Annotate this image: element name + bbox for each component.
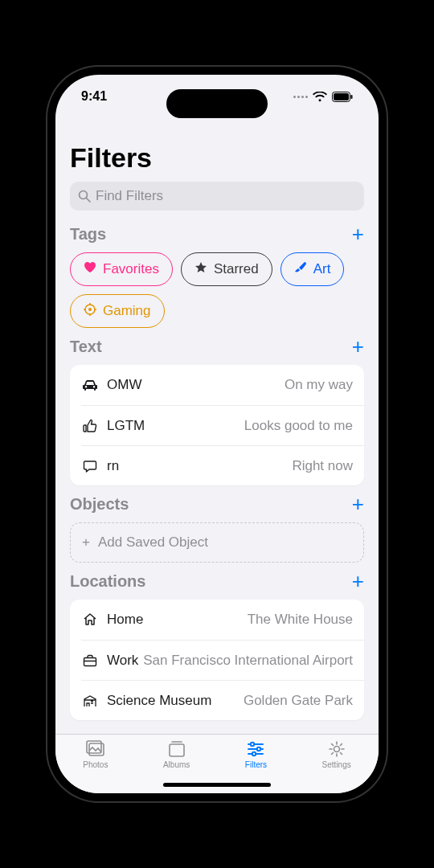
- text-row[interactable]: rn Right now: [81, 445, 364, 485]
- add-text-button[interactable]: +: [352, 336, 364, 357]
- svg-rect-2: [351, 95, 353, 99]
- status-right: [293, 92, 353, 102]
- plus-icon: +: [82, 534, 90, 551]
- text-key: rn: [107, 458, 119, 474]
- chip-label: Starred: [214, 261, 259, 277]
- chip-label: Gaming: [103, 303, 151, 319]
- search-input[interactable]: Find Filters: [70, 182, 364, 211]
- text-key: OMW: [107, 377, 141, 393]
- tab-label: Filters: [245, 760, 267, 769]
- add-tag-button[interactable]: +: [352, 223, 364, 244]
- page-title: Filters: [70, 142, 364, 174]
- section-title-locations: Locations: [70, 572, 145, 591]
- settings-icon: [326, 739, 347, 759]
- add-object-button[interactable]: +: [352, 493, 364, 514]
- star-icon: [194, 261, 207, 278]
- location-key: Work: [107, 653, 138, 669]
- chip-favorites[interactable]: Favorites: [70, 252, 173, 286]
- battery-icon: [332, 92, 353, 102]
- search-placeholder: Find Filters: [96, 188, 163, 204]
- section-title-tags: Tags: [70, 225, 106, 244]
- content-scroll[interactable]: Filters Find Filters Tags + Favorites St…: [55, 118, 379, 734]
- chip-art[interactable]: Art: [280, 252, 345, 286]
- wifi-icon: [313, 92, 327, 102]
- svg-rect-7: [84, 657, 96, 665]
- brush-icon: [294, 261, 307, 278]
- svg-point-14: [334, 747, 339, 752]
- tab-photos[interactable]: Photos: [83, 739, 108, 793]
- target-icon: [84, 303, 96, 320]
- chip-gaming[interactable]: Gaming: [70, 294, 165, 328]
- location-key: Science Museum: [107, 693, 211, 709]
- car-icon: [81, 379, 99, 391]
- tab-label: Albums: [163, 760, 190, 769]
- text-row[interactable]: LGTM Looks good to me: [81, 405, 364, 445]
- add-saved-object[interactable]: + Add Saved Object: [70, 522, 364, 563]
- location-val: Golden Gate Park: [244, 693, 353, 709]
- tab-settings[interactable]: Settings: [322, 739, 351, 793]
- svg-point-6: [88, 308, 92, 311]
- thumbs-up-icon: [81, 419, 99, 433]
- albums-icon: [166, 739, 187, 759]
- search-icon: [78, 190, 91, 203]
- building-icon: [81, 694, 99, 707]
- location-val: San Francisco International Airport: [143, 653, 353, 669]
- svg-line-4: [87, 199, 91, 203]
- text-val: On my way: [285, 377, 353, 393]
- text-val: Looks good to me: [244, 418, 353, 434]
- tab-label: Photos: [83, 760, 108, 769]
- add-location-button[interactable]: +: [352, 571, 364, 592]
- section-title-text: Text: [70, 338, 102, 356]
- svg-rect-1: [334, 93, 349, 100]
- status-time: 9:41: [81, 89, 107, 104]
- photos-icon: [85, 739, 106, 759]
- location-key: Home: [107, 612, 143, 628]
- svg-point-12: [257, 747, 260, 751]
- location-row[interactable]: Work San Francisco International Airport: [81, 640, 364, 680]
- heart-icon: [84, 261, 96, 277]
- briefcase-icon: [81, 654, 99, 667]
- location-val: The White House: [248, 612, 353, 628]
- chip-label: Art: [313, 261, 331, 277]
- text-row[interactable]: OMW On my way: [70, 365, 364, 405]
- svg-point-11: [251, 743, 254, 746]
- svg-rect-10: [170, 744, 184, 756]
- chip-label: Favorites: [103, 261, 159, 277]
- dynamic-island: [166, 89, 268, 118]
- filters-icon: [245, 739, 266, 759]
- add-object-label: Add Saved Object: [98, 534, 208, 551]
- location-row[interactable]: Science Museum Golden Gate Park: [81, 680, 364, 720]
- chip-starred[interactable]: Starred: [181, 252, 272, 286]
- phone-frame: 9:41 Filters Find Filters Tags + Favorit…: [55, 75, 379, 793]
- cell-dots-icon: [293, 96, 308, 98]
- text-card: OMW On my way LGTM Looks good to me rn R…: [70, 365, 364, 485]
- tab-label: Settings: [322, 760, 351, 769]
- home-indicator[interactable]: [163, 783, 271, 787]
- text-key: LGTM: [107, 418, 145, 434]
- svg-point-13: [252, 752, 256, 755]
- house-icon: [81, 612, 99, 627]
- chat-icon: [81, 459, 99, 473]
- text-val: Right now: [292, 458, 353, 474]
- location-row[interactable]: Home The White House: [70, 600, 364, 640]
- locations-card: Home The White House Work San Francisco …: [70, 600, 364, 720]
- section-title-objects: Objects: [70, 495, 129, 514]
